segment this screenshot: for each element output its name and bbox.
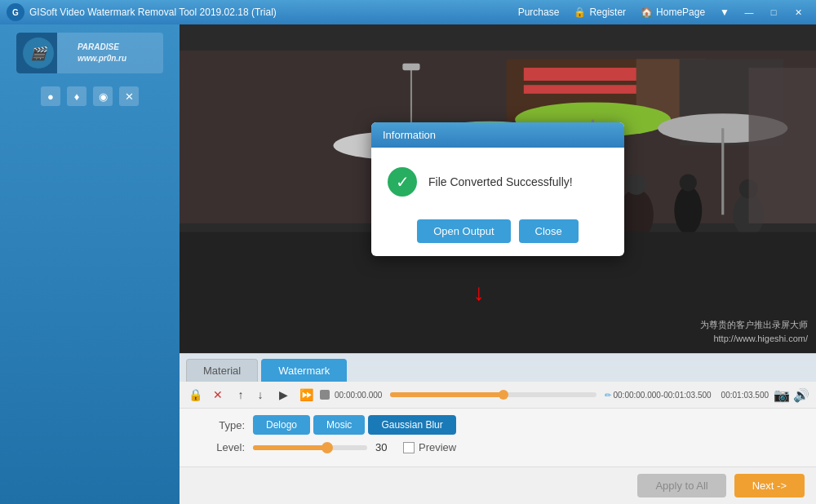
arrow-indicator: ↓: [473, 281, 485, 304]
window-controls: — □ ✕: [738, 4, 809, 20]
lock-button[interactable]: 🔒: [186, 386, 204, 404]
information-dialog: Information ✓ File Converted Successfull…: [371, 122, 624, 256]
bottom-panel: Material Watermark 🔒 ✕ ↑ ↓ ▶ ⏩ 00:00:00.…: [180, 353, 816, 504]
camera-icon[interactable]: 📷: [774, 387, 790, 403]
sidebar-icon-2[interactable]: ♦: [67, 86, 86, 106]
timeline-thumb[interactable]: [499, 390, 508, 400]
success-icon: ✓: [388, 167, 417, 197]
down-arrow-button[interactable]: ↓: [251, 386, 269, 404]
home-icon: 🏠: [641, 7, 653, 18]
time-start: 00:00:00.000: [335, 391, 382, 400]
play-button[interactable]: ▶: [274, 386, 292, 404]
minimize-button[interactable]: —: [738, 4, 761, 20]
level-slider[interactable]: [253, 445, 367, 450]
up-arrow-button[interactable]: ↑: [232, 386, 250, 404]
tab-watermark[interactable]: Watermark: [261, 359, 347, 382]
sidebar: 🎬 PARADISE www.pr0n.ru ● ♦ ◉ ✕: [0, 24, 180, 504]
dialog-body: ✓ File Converted Successfully!: [371, 148, 624, 213]
timeline[interactable]: [390, 386, 596, 404]
transport-right-icons: 📷 🔊: [774, 387, 809, 403]
content-area: 为尊贵的客户推出录屏大师 http://www.higeshi.com/ Inf…: [180, 24, 816, 504]
open-output-button[interactable]: Open Output: [417, 219, 510, 243]
stop-button[interactable]: [320, 390, 330, 400]
next-button[interactable]: Next ->: [734, 474, 805, 497]
app-title: GISoft Video Watermark Removal Tool 2019…: [29, 7, 518, 18]
title-nav: Purchase 🔒 Register 🏠 HomePage ▼: [518, 7, 730, 18]
delogo-button[interactable]: Delogo: [253, 415, 310, 435]
settings-panel: Type: Delogo Mosic Gaussian Blur Level:: [180, 408, 816, 466]
dialog-message: File Converted Successfully!: [428, 175, 573, 188]
level-thumb[interactable]: [322, 442, 333, 453]
level-settings-row: Level: 30 Preview: [196, 441, 800, 453]
app-body: 🎬 PARADISE www.pr0n.ru ● ♦ ◉ ✕: [0, 24, 816, 504]
mosic-button[interactable]: Mosic: [313, 415, 365, 435]
sidebar-logo-area: 🎬 PARADISE www.pr0n.ru: [0, 33, 180, 73]
preview-checkbox[interactable]: [403, 442, 415, 453]
timeline-fill: [390, 392, 503, 397]
step-forward-button[interactable]: ⏩: [297, 386, 315, 404]
transport-row: 🔒 ✕ ↑ ↓ ▶ ⏩ 00:00:00.000 ✏: [180, 382, 816, 408]
logo-text: PARADISE www.pr0n.ru: [78, 42, 126, 64]
level-label: Level:: [196, 441, 245, 453]
action-row: Apply to All Next ->: [180, 466, 816, 504]
sidebar-icon-3[interactable]: ◉: [93, 86, 113, 106]
sidebar-icon-1[interactable]: ●: [41, 86, 60, 106]
preview-check: Preview: [403, 441, 456, 453]
sidebar-logo: 🎬 PARADISE www.pr0n.ru: [16, 33, 163, 73]
preview-label: Preview: [419, 441, 456, 453]
gaussian-blur-button[interactable]: Gaussian Blur: [368, 415, 455, 435]
time-current: ✏ 00:00:00.000-00:01:03.500: [605, 391, 712, 400]
logo-icon: 🎬: [23, 38, 54, 69]
dialog-footer: Open Output Close: [371, 213, 624, 256]
type-settings-row: Type: Delogo Mosic Gaussian Blur: [196, 415, 800, 435]
sidebar-toolbar: ● ♦ ◉ ✕: [41, 86, 139, 106]
timeline-track: [390, 392, 596, 397]
lock-icon: 🔒: [574, 7, 586, 18]
type-label: Type:: [196, 419, 245, 431]
time-end: 00:01:03.500: [721, 391, 769, 400]
apply-all-button[interactable]: Apply to All: [637, 474, 725, 497]
app-logo: G: [7, 3, 24, 21]
level-slider-area: 30: [253, 441, 395, 453]
homepage-link[interactable]: 🏠 HomePage: [641, 7, 705, 18]
title-bar: G GISoft Video Watermark Removal Tool 20…: [0, 0, 816, 24]
level-fill: [253, 445, 327, 450]
register-link[interactable]: 🔒 Register: [574, 7, 626, 18]
level-value: 30: [375, 441, 395, 453]
dropdown-arrow-icon[interactable]: ▼: [720, 7, 730, 18]
close-button[interactable]: ✕: [787, 4, 809, 20]
dialog-overlay: Information ✓ File Converted Successfull…: [180, 24, 816, 353]
sidebar-icon-close[interactable]: ✕: [119, 86, 139, 106]
volume-icon[interactable]: 🔊: [793, 387, 809, 403]
type-buttons: Delogo Mosic Gaussian Blur: [253, 415, 456, 435]
purchase-link[interactable]: Purchase: [518, 7, 560, 18]
arrow-buttons: ↑ ↓: [232, 386, 269, 404]
video-area: 为尊贵的客户推出录屏大师 http://www.higeshi.com/ Inf…: [180, 24, 816, 353]
maximize-button[interactable]: □: [762, 4, 785, 20]
close-dialog-button[interactable]: Close: [519, 219, 579, 243]
tabs-row: Material Watermark: [180, 354, 816, 382]
tab-material[interactable]: Material: [186, 359, 258, 382]
delete-button[interactable]: ✕: [209, 386, 227, 404]
dialog-title: Information: [371, 122, 624, 148]
